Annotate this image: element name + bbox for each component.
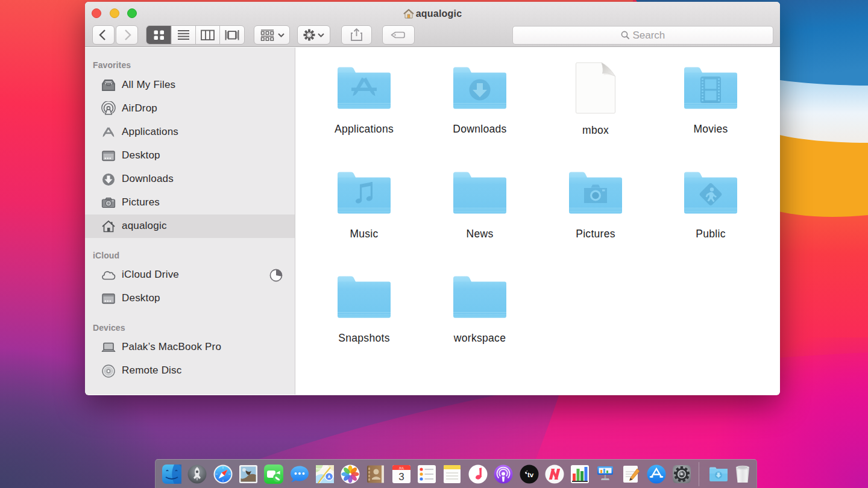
svg-text:tv: tv [527,471,534,478]
svg-text:JUL: JUL [399,466,404,470]
svg-text:3: 3 [398,471,404,483]
